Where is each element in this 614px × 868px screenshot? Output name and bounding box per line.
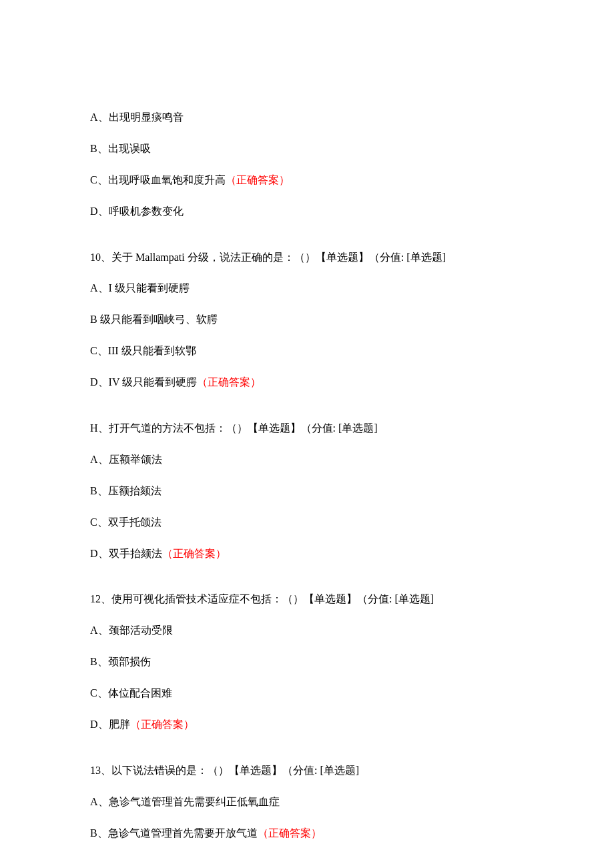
option-text: B、出现误吸 xyxy=(90,143,151,154)
option-line: A、颈部活动受限 xyxy=(90,623,527,638)
option-text: D、IV 级只能看到硬腭 xyxy=(90,376,197,388)
correct-answer-label: （正确答案） xyxy=(162,548,226,559)
correct-answer-label: （正确答案） xyxy=(197,376,261,388)
option-text: C、出现呼吸血氧饱和度升高 xyxy=(90,174,226,185)
option-line: A、出现明显痰鸣音 xyxy=(90,110,527,125)
option-line: B、颈部损伤 xyxy=(90,655,527,669)
option-text: C、双手托颌法 xyxy=(90,516,162,528)
option-line: B、急诊气道管理首先需要开放气道（正确答案） xyxy=(90,826,527,841)
option-line: C、出现呼吸血氧饱和度升高（正确答案） xyxy=(90,173,527,187)
option-line: A、I 级只能看到硬腭 xyxy=(90,281,527,296)
option-line: B、压额抬颏法 xyxy=(90,484,527,498)
option-text: B、颈部损伤 xyxy=(90,656,151,667)
stem-text: 13、以下说法错误的是：（）【单选题】（分值: [单选题] xyxy=(90,765,359,776)
option-line: C、双手托颌法 xyxy=(90,515,527,530)
option-text: A、出现明显痰鸣音 xyxy=(90,111,184,123)
option-line: D、肥胖（正确答案） xyxy=(90,717,527,732)
option-text: A、急诊气道管理首先需要纠正低氧血症 xyxy=(90,796,280,807)
option-text: D、双手抬颏法 xyxy=(90,548,162,559)
option-line: A、压额举颌法 xyxy=(90,452,527,467)
option-text: B 级只能看到咽峡弓、软腭 xyxy=(90,314,218,325)
stem-text: 10、关于 Mallampati 分级，说法正确的是：（）【单选题】（分值: [… xyxy=(90,252,446,263)
option-text: A、颈部活动受限 xyxy=(90,624,173,636)
gap xyxy=(90,577,527,592)
option-line: D、IV 级只能看到硬腭（正确答案） xyxy=(90,375,527,390)
option-line: A、急诊气道管理首先需要纠正低氧血症 xyxy=(90,795,527,809)
document-page: A、出现明显痰鸣音 B、出现误吸 C、出现呼吸血氧饱和度升高（正确答案） D、呼… xyxy=(0,0,614,841)
question-stem: 10、关于 Mallampati 分级，说法正确的是：（）【单选题】（分值: [… xyxy=(90,250,527,265)
option-line: C、III 级只能看到软鄂 xyxy=(90,344,527,358)
gap xyxy=(90,236,527,250)
option-text: C、III 级只能看到软鄂 xyxy=(90,345,196,356)
option-text: B、急诊气道管理首先需要开放气道 xyxy=(90,827,258,839)
question-stem: 12、使用可视化插管技术适应症不包括：（）【单选题】（分值: [单选题] xyxy=(90,592,527,606)
correct-answer-label: （正确答案） xyxy=(130,719,194,730)
stem-text: H、打开气道的方法不包括：（）【单选题】（分值: [单选题] xyxy=(90,422,378,434)
option-line: B、出现误吸 xyxy=(90,141,527,156)
question-stem: H、打开气道的方法不包括：（）【单选题】（分值: [单选题] xyxy=(90,421,527,436)
option-text: D、肥胖 xyxy=(90,719,130,730)
option-text: A、I 级只能看到硬腭 xyxy=(90,282,190,294)
option-text: C、体位配合困难 xyxy=(90,687,172,699)
option-text: A、压额举颌法 xyxy=(90,454,162,465)
option-line: D、呼吸机参数变化 xyxy=(90,204,527,219)
option-line: C、体位配合困难 xyxy=(90,686,527,701)
stem-text: 12、使用可视化插管技术适应症不包括：（）【单选题】（分值: [单选题] xyxy=(90,593,434,604)
correct-answer-label: （正确答案） xyxy=(258,827,322,839)
option-text: D、呼吸机参数变化 xyxy=(90,205,184,217)
gap xyxy=(90,406,527,421)
option-text: B、压额抬颏法 xyxy=(90,485,162,496)
option-line: D、双手抬颏法（正确答案） xyxy=(90,546,527,561)
question-stem: 13、以下说法错误的是：（）【单选题】（分值: [单选题] xyxy=(90,763,527,778)
gap xyxy=(90,749,527,763)
option-line: B 级只能看到咽峡弓、软腭 xyxy=(90,312,527,327)
correct-answer-label: （正确答案） xyxy=(226,174,290,185)
